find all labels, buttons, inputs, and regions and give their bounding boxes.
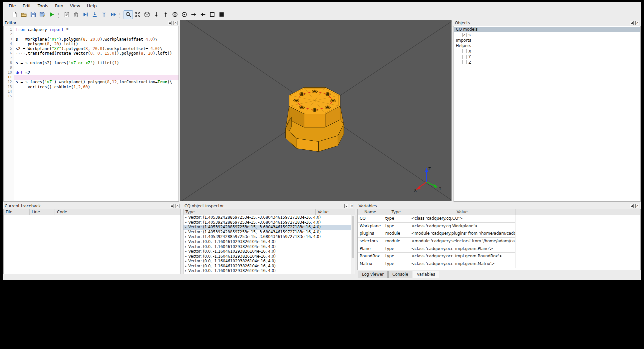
column-header-type[interactable]: Type: [383, 209, 409, 215]
open-button[interactable]: [19, 10, 28, 19]
expand-arrow-icon[interactable]: ▸: [185, 264, 187, 268]
code-line-4[interactable]: ····.polygon(8, 20).loft(): [14, 42, 178, 46]
checkbox-s[interactable]: ✓: [462, 33, 467, 37]
tree-item-y[interactable]: Y: [454, 54, 640, 59]
checkbox-y[interactable]: [462, 55, 467, 59]
inspector-row[interactable]: ▸Vector: (0.0, -1.1604610293826104e-16, …: [183, 254, 351, 259]
close-panel-button[interactable]: ×: [175, 204, 179, 208]
code-line-12[interactable]: s = s.faces('>Z').workplane().polygon(8,…: [14, 80, 178, 84]
view-left-button[interactable]: [198, 10, 207, 19]
expand-arrow-icon[interactable]: ▸: [185, 245, 187, 248]
fit-all-button[interactable]: [133, 10, 142, 19]
variable-row-plugins[interactable]: pluginsmodule<module 'cadquery.plugins' …: [358, 230, 640, 238]
variable-row-CQ[interactable]: CQtype<class 'cadquery.cq.CQ'>: [358, 215, 640, 223]
tab-variables[interactable]: Variables: [413, 271, 439, 278]
inspector-row[interactable]: ▸Vector: (0.0, -1.1604610293826104e-16, …: [183, 259, 351, 264]
tab-console[interactable]: Console: [388, 271, 412, 278]
code-line-1[interactable]: from cadquery import *: [14, 27, 178, 32]
column-header-value[interactable]: Value: [316, 209, 355, 215]
viewport-canvas[interactable]: X Y Z: [180, 20, 452, 201]
view-right-button[interactable]: [189, 10, 198, 19]
expand-arrow-icon[interactable]: ▸: [185, 255, 187, 258]
code-line-10[interactable]: del s2: [14, 70, 178, 75]
code-line-6[interactable]: ····.transformed(rotate=Vector(0, 0, 15.…: [14, 51, 178, 56]
objects-tree[interactable]: CQ models✓sImportsHelpersXYZ: [454, 26, 641, 202]
variable-row-Workplane[interactable]: Workplanetype<class 'cadquery.cq.Workpla…: [358, 223, 640, 230]
variable-row-Plane[interactable]: Planetype<class 'cadquery.occ_impl.geom.…: [358, 245, 640, 253]
continue-button[interactable]: [109, 10, 118, 19]
tree-item-helpers[interactable]: Helpers: [454, 43, 640, 48]
expand-arrow-icon[interactable]: ▸: [185, 269, 187, 272]
expand-arrow-icon[interactable]: ▸: [185, 225, 187, 229]
expand-arrow-icon[interactable]: ▸: [185, 235, 187, 238]
new-script-button[interactable]: [10, 10, 19, 19]
code-line-15[interactable]: [14, 94, 178, 99]
column-header-code[interactable]: Code: [55, 209, 180, 215]
float-panel-button[interactable]: [168, 21, 172, 25]
menu-tools[interactable]: Tools: [34, 3, 52, 9]
render-button[interactable]: [47, 10, 56, 19]
column-header-file[interactable]: File: [4, 209, 30, 215]
code-line-8[interactable]: s = s.union(s2).faces('>Z or <Z').fillet…: [14, 61, 178, 65]
view-bottom-button[interactable]: [152, 10, 161, 19]
toolbar-handle[interactable]: [6, 12, 8, 18]
tree-item-imports[interactable]: Imports: [454, 38, 640, 43]
inspector-row[interactable]: ▸Vector: (1.4053924288597253e-15, -3.680…: [183, 225, 351, 230]
float-panel-button[interactable]: [630, 21, 634, 25]
column-header-type[interactable]: Type: [183, 209, 316, 215]
menu-view[interactable]: View: [67, 3, 84, 9]
scrollbar-thumb[interactable]: [352, 216, 354, 258]
column-header-value[interactable]: Value: [409, 209, 515, 215]
fit-view-button[interactable]: [124, 10, 133, 19]
inspector-scrollbar[interactable]: [351, 215, 355, 274]
column-header-line[interactable]: Line: [30, 209, 55, 215]
column-header-name[interactable]: Name: [358, 209, 383, 215]
variable-row-Matrix[interactable]: Matrixtype<class 'cadquery.occ_impl.geom…: [358, 260, 640, 268]
expand-arrow-icon[interactable]: ▸: [185, 230, 187, 234]
save-as-button[interactable]: [38, 10, 47, 19]
inspector-row[interactable]: ▸Vector: (0.0, -1.1604610293826104e-16, …: [183, 268, 351, 273]
tree-item-z[interactable]: Z: [454, 59, 640, 65]
editor-code[interactable]: from cadquery import *s = Workplane("XY"…: [14, 26, 178, 201]
code-line-14[interactable]: [14, 89, 178, 94]
view-top-button[interactable]: [161, 10, 170, 19]
tree-item-cq-models[interactable]: CQ models: [454, 27, 640, 32]
checkbox-z[interactable]: [462, 60, 467, 64]
expand-arrow-icon[interactable]: ▸: [185, 216, 187, 219]
close-panel-button[interactable]: ×: [635, 204, 639, 208]
code-line-11[interactable]: [14, 75, 178, 80]
expand-arrow-icon[interactable]: ▸: [185, 259, 187, 263]
shaded-button[interactable]: [217, 10, 226, 19]
view-front-button[interactable]: [170, 10, 179, 19]
code-line-3[interactable]: s = Workplane("XY").polygon(8, 20.0).wor…: [14, 37, 178, 42]
inspector-row[interactable]: ▸Vector: (1.4053924288597253e-15, -3.680…: [183, 234, 351, 239]
tab-log-viewer[interactable]: Log viewer: [358, 271, 388, 278]
code-editor[interactable]: 123456789101112131415 from cadquery impo…: [3, 26, 179, 202]
save-button[interactable]: [28, 10, 38, 19]
step-in-button[interactable]: [90, 10, 99, 19]
code-line-13[interactable]: ····.vertices().cskHole(1,2,60): [14, 85, 178, 89]
menu-run[interactable]: Run: [52, 3, 67, 9]
close-panel-button[interactable]: ×: [635, 21, 639, 25]
inspector-row[interactable]: ▸Vector: (1.4053924288597253e-15, -3.680…: [183, 220, 351, 225]
code-line-7[interactable]: [14, 56, 178, 61]
view-back-button[interactable]: [179, 10, 189, 19]
step-out-button[interactable]: [99, 10, 109, 19]
float-panel-button[interactable]: [630, 204, 634, 208]
expand-arrow-icon[interactable]: ▸: [185, 250, 187, 253]
step-button[interactable]: [81, 10, 90, 19]
inspector-row[interactable]: ▸Vector: (0.0, -1.1604610293826104e-16, …: [183, 263, 351, 268]
code-line-5[interactable]: s2 = Workplane("XY").polygon(8, 20.0).wo…: [14, 46, 178, 51]
3d-viewport[interactable]: X Y Z: [180, 20, 452, 201]
menu-file[interactable]: File: [5, 3, 19, 9]
variable-row-BoundBox[interactable]: BoundBoxtype<class 'cadquery.occ_impl.ge…: [358, 253, 640, 260]
close-panel-button[interactable]: ×: [350, 204, 354, 208]
checkbox-x[interactable]: [462, 49, 467, 53]
variable-row-selectors[interactable]: selectorsmodule<module 'cadquery.selecto…: [358, 238, 640, 245]
iso-view-button[interactable]: [142, 10, 152, 19]
delete-button[interactable]: [71, 10, 81, 19]
inspector-row[interactable]: ▸Vector: (0.0, -1.1604610293826104e-16, …: [183, 239, 351, 244]
close-panel-button[interactable]: ×: [173, 21, 177, 25]
menu-edit[interactable]: Edit: [19, 3, 34, 9]
inspector-row[interactable]: ▸Vector: (1.4053924288597253e-15, -3.680…: [183, 230, 351, 235]
